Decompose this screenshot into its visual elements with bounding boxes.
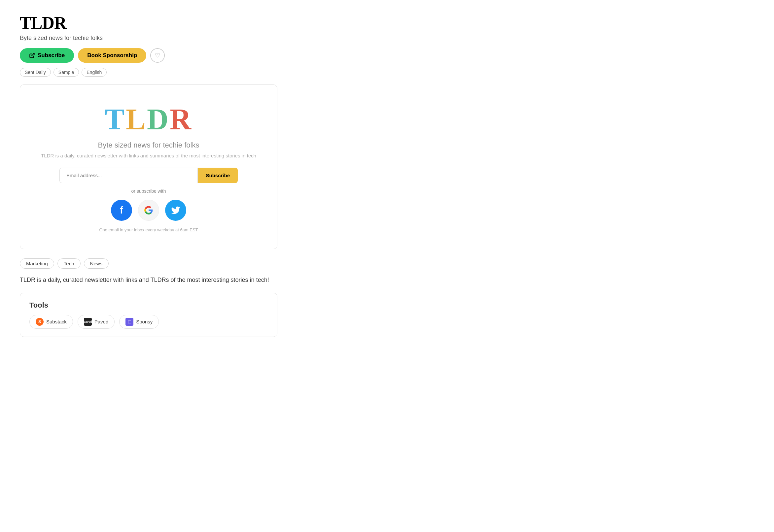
subscribe-form-button[interactable]: Subscribe [198,168,238,183]
twitter-icon[interactable] [165,200,186,221]
category-tags: Marketing Tech News [20,258,277,269]
tool-substack[interactable]: S Substack [29,315,73,329]
preview-card: TLDR Byte sized news for techie folks TL… [20,84,277,249]
email-input[interactable] [59,168,198,183]
tools-card: Tools S Substack paved Paved □ Sponsy [20,293,277,337]
external-link-icon [29,52,35,58]
meta-tags: Sent Daily Sample English [20,68,277,77]
one-email-note: One email in your inbox every weekday at… [33,227,264,232]
action-buttons: Subscribe Book Sponsorship ♡ [20,48,277,63]
tools-list: S Substack paved Paved □ Sponsy [29,315,268,329]
tldr-logo-colored: TLDR [33,105,264,134]
substack-icon: S [36,318,44,326]
tool-paved-label: Paved [94,319,109,324]
newsletter-description: TLDR is a daily, curated newsletter with… [20,275,277,285]
tag-marketing[interactable]: Marketing [20,258,54,269]
tool-sponsy[interactable]: □ Sponsy [119,315,159,329]
meta-tag-sample: Sample [53,68,79,77]
social-icons: f [33,200,264,221]
meta-tag-english: English [82,68,107,77]
or-subscribe-text: or subscribe with [33,188,264,194]
tag-news[interactable]: News [84,258,109,269]
preview-tagline: Byte sized news for techie folks [33,141,264,150]
svg-line-0 [32,53,34,56]
book-sponsorship-button[interactable]: Book Sponsorship [78,48,146,63]
paved-icon: paved [84,318,92,326]
subscribe-button[interactable]: Subscribe [20,48,74,63]
tag-tech[interactable]: Tech [57,258,81,269]
sponsy-icon: □ [125,318,133,326]
one-email-link[interactable]: One email [99,227,118,232]
tools-title: Tools [29,301,268,310]
tool-substack-label: Substack [46,319,67,324]
facebook-icon[interactable]: f [111,200,132,221]
google-icon[interactable] [138,200,159,221]
site-title: TLDR [20,13,277,33]
tool-sponsy-label: Sponsy [136,319,152,324]
tool-paved[interactable]: paved Paved [78,315,115,329]
email-form: Subscribe [59,168,238,183]
meta-tag-sent-daily: Sent Daily [20,68,51,77]
site-tagline: Byte sized news for techie folks [20,35,277,42]
favorite-button[interactable]: ♡ [150,48,165,63]
preview-description: TLDR is a daily, curated newsletter with… [33,153,264,158]
